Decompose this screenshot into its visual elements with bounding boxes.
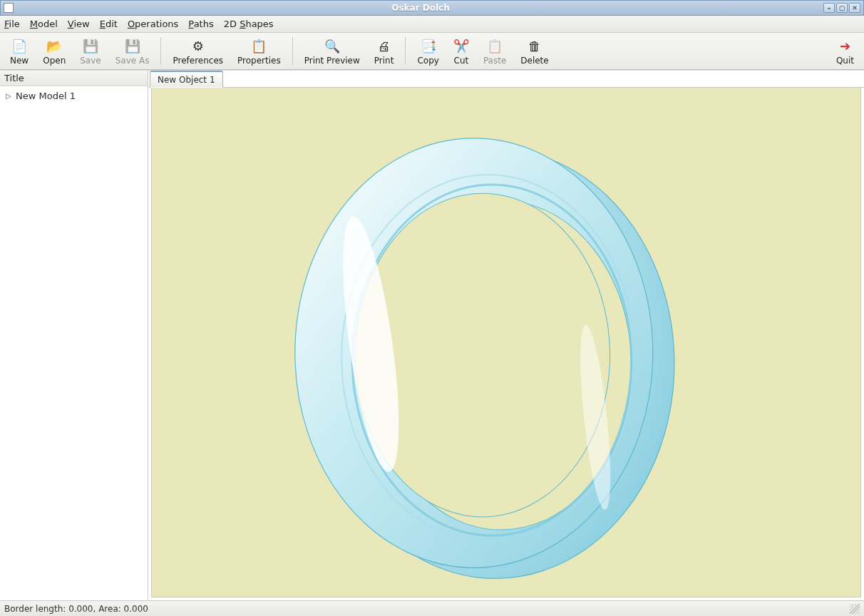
expander-icon[interactable]: ▷ (6, 92, 13, 100)
minimize-button[interactable]: – (823, 3, 835, 13)
menu-view[interactable]: View (68, 19, 90, 29)
close-button[interactable]: ✕ (849, 3, 860, 13)
copy-button[interactable]: 📑 Copy (410, 33, 446, 69)
print-icon: 🖨 (376, 38, 392, 54)
print-preview-button[interactable]: 🔍 Print Preview (297, 33, 367, 69)
quit-icon: ➔ (837, 38, 853, 54)
delete-button[interactable]: 🗑 Delete (513, 33, 555, 69)
menu-file[interactable]: File (4, 19, 20, 29)
menu-model[interactable]: Model (30, 19, 58, 29)
tab-label: New Object 1 (158, 75, 215, 85)
paste-icon: 📋 (487, 38, 503, 54)
new-button[interactable]: 📄 New (3, 33, 36, 69)
sidebar-header: Title (0, 71, 148, 86)
resize-grip[interactable] (850, 604, 860, 614)
toolbar: 📄 New 📂 Open 💾 Save 💾 Save As ⚙ Preferen… (0, 33, 864, 70)
save-as-button[interactable]: 💾 Save As (108, 33, 157, 69)
menu-edit[interactable]: Edit (100, 19, 118, 29)
status-text: Border length: 0.000, Area: 0.000 (4, 604, 148, 614)
open-button[interactable]: 📂 Open (36, 33, 73, 69)
properties-icon: 📋 (251, 38, 267, 54)
cut-button[interactable]: ✂️ Cut (446, 33, 476, 69)
model-tree[interactable]: ▷ New Model 1 (0, 86, 148, 600)
canvas-area: New Object 1 (148, 71, 864, 600)
toolbar-separator (405, 37, 406, 65)
window-buttons: – ▢ ✕ (823, 3, 860, 13)
save-as-icon: 💾 (125, 38, 140, 54)
toolbar-separator (160, 37, 161, 65)
new-file-icon: 📄 (11, 38, 27, 54)
menu-operations[interactable]: Operations (128, 19, 178, 29)
save-button[interactable]: 💾 Save (73, 33, 108, 69)
menu-paths[interactable]: Paths (188, 19, 213, 29)
main-area: Title ▷ New Model 1 New Object 1 (0, 70, 864, 600)
print-preview-icon: 🔍 (324, 38, 340, 54)
toolbar-separator (292, 37, 293, 65)
print-button[interactable]: 🖨 Print (367, 33, 401, 69)
window-title: Oskar Dolch (18, 3, 823, 13)
preferences-icon: ⚙ (190, 38, 206, 54)
tabstrip: New Object 1 (148, 71, 864, 88)
tree-item[interactable]: ▷ New Model 1 (3, 89, 145, 103)
app-icon (4, 3, 14, 13)
save-icon: 💾 (83, 38, 98, 54)
preferences-button[interactable]: ⚙ Preferences (165, 33, 230, 69)
tab-object[interactable]: New Object 1 (150, 71, 223, 88)
maximize-button[interactable]: ▢ (836, 3, 848, 13)
quit-button[interactable]: ➔ Quit (829, 33, 861, 69)
sidebar: Title ▷ New Model 1 (0, 71, 148, 600)
menu-2d-shapes[interactable]: 2D Shapes (224, 19, 274, 29)
properties-button[interactable]: 📋 Properties (230, 33, 288, 69)
open-folder-icon: 📂 (46, 38, 62, 54)
menubar: File Model View Edit Operations Paths 2D… (0, 16, 864, 33)
delete-icon: 🗑 (527, 38, 542, 54)
statusbar: Border length: 0.000, Area: 0.000 (0, 600, 864, 616)
viewport-3d[interactable] (151, 88, 861, 597)
cut-icon: ✂️ (453, 38, 469, 54)
tree-item-label: New Model 1 (16, 91, 76, 101)
ring-object[interactable] (152, 88, 860, 597)
window-titlebar: Oskar Dolch – ▢ ✕ (0, 0, 864, 16)
paste-button[interactable]: 📋 Paste (476, 33, 513, 69)
copy-icon: 📑 (421, 38, 436, 54)
